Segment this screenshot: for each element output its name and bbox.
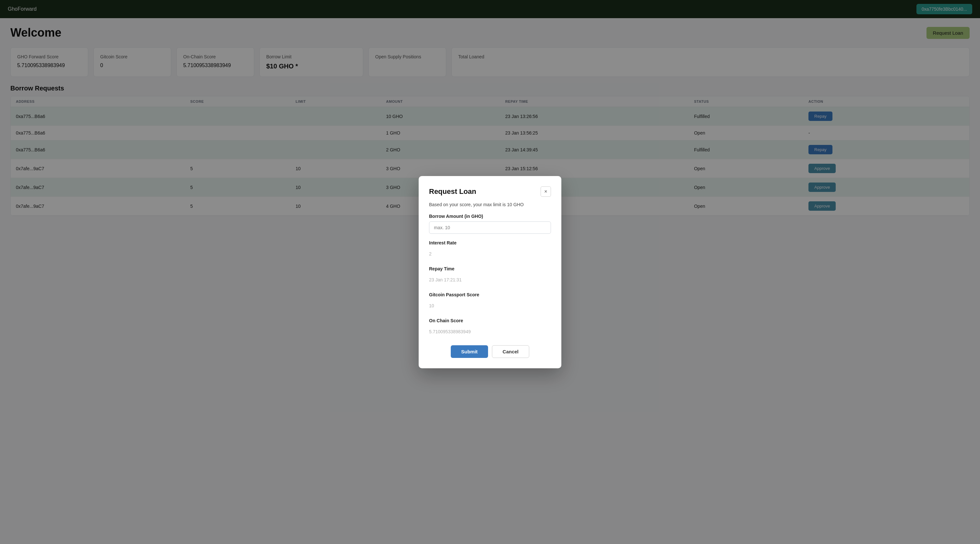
modal: Request Loan × Based on your score, your…	[418, 176, 562, 224]
borrow-amount-group: Borrow Amount (in GHO)	[429, 214, 551, 224]
modal-header: Request Loan ×	[429, 186, 551, 197]
modal-overlay: Request Loan × Based on your score, your…	[0, 0, 980, 224]
modal-close-button[interactable]: ×	[541, 186, 551, 197]
modal-subtitle: Based on your score, your max limit is 1…	[429, 202, 551, 207]
borrow-amount-input[interactable]	[429, 221, 551, 224]
close-icon: ×	[544, 189, 547, 194]
modal-title: Request Loan	[429, 188, 476, 196]
borrow-amount-label: Borrow Amount (in GHO)	[429, 214, 551, 219]
